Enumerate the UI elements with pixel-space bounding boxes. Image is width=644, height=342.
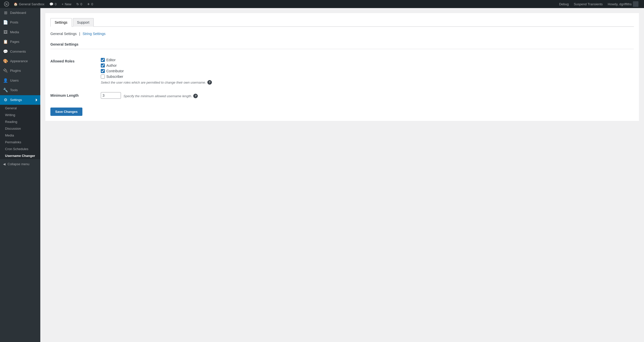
dashboard-icon: ⊞ [3, 10, 8, 16]
sidebar-item-comments[interactable]: 💬 Comments [0, 47, 40, 56]
comments-icon: 💬 [3, 49, 8, 54]
submenu-username-changer[interactable]: Username Changer [0, 152, 40, 159]
appearance-icon: 🎨 [3, 58, 8, 64]
sidebar-item-appearance[interactable]: 🎨 Appearance [0, 56, 40, 66]
save-changes-button[interactable]: Save Changes [50, 108, 82, 116]
sidebar-item-dashboard[interactable]: ⊞ Dashboard [0, 8, 40, 18]
wp-logo[interactable]: W [3, 1, 10, 8]
minimum-length-help-icon[interactable]: ? [193, 94, 198, 98]
adminbar-comments[interactable]: 💬 0 [47, 0, 59, 8]
tab-bar: Settings Support [50, 18, 634, 27]
media-icon: 🖼 [3, 29, 8, 35]
collapse-icon: ◀ [3, 162, 6, 166]
tab-support[interactable]: Support [73, 18, 94, 27]
submenu-permalinks[interactable]: Permalinks [0, 139, 40, 146]
editor-checkbox-label[interactable]: Editor [101, 58, 634, 62]
minimum-length-field: Specify the minimum allowed username len… [101, 88, 634, 102]
settings-wrap: Settings Support General Settings | Stri… [45, 13, 639, 121]
contributor-checkbox[interactable] [101, 69, 105, 73]
minimum-length-description: Specify the minimum allowed username len… [123, 94, 198, 98]
adminbar-suspend[interactable]: Suspend Transients [571, 0, 605, 8]
submenu-cron[interactable]: Cron Schedules [0, 146, 40, 152]
adminbar-plugins[interactable]: ✈ 0 [85, 0, 95, 8]
adminbar-howdy[interactable]: Howdy, dgriffiths [605, 0, 641, 8]
submenu-general[interactable]: General [0, 105, 40, 112]
breadcrumb-separator: | [79, 32, 80, 36]
allowed-roles-label: Allowed Roles [50, 54, 101, 88]
main-content: Settings Support General Settings | Stri… [40, 8, 644, 342]
settings-form: Allowed Roles Editor Author [50, 54, 634, 102]
author-checkbox[interactable] [101, 63, 105, 67]
collapse-menu-button[interactable]: ◀ Collapse menu [0, 160, 40, 168]
sidebar: ⊞ Dashboard 📄 Posts 🖼 Media 📋 Pages 💬 Co… [0, 8, 40, 342]
author-checkbox-label[interactable]: Author [101, 63, 634, 67]
user-avatar [633, 1, 638, 7]
allowed-roles-row: Allowed Roles Editor Author [50, 54, 634, 88]
sidebar-item-media[interactable]: 🖼 Media [0, 27, 40, 37]
users-icon: 👤 [3, 78, 8, 83]
allowed-roles-field: Editor Author Contributor [101, 54, 634, 88]
allowed-roles-help-icon[interactable]: ? [207, 80, 212, 85]
subscriber-checkbox-label[interactable]: Subscriber [101, 75, 634, 79]
submenu-reading[interactable]: Reading [0, 118, 40, 125]
allowed-roles-description: Select the user roles which are permitte… [101, 80, 634, 85]
adminbar-debug[interactable]: Debug [557, 0, 571, 8]
subscriber-checkbox[interactable] [101, 75, 105, 79]
section-heading: General Settings [50, 40, 634, 49]
adminbar-updates[interactable]: ↻ 0 [74, 0, 85, 8]
pages-icon: 📋 [3, 39, 8, 45]
submenu-media[interactable]: Media [0, 132, 40, 139]
submenu-discussion[interactable]: Discussion [0, 125, 40, 132]
contributor-checkbox-label[interactable]: Contributor [101, 69, 634, 73]
plugins-icon: 🔌 [3, 68, 8, 74]
settings-submenu: General Writing Reading Discussion Media… [0, 105, 40, 159]
sidebar-item-tools[interactable]: 🔧 Tools [0, 85, 40, 95]
wp-wrap: ⊞ Dashboard 📄 Posts 🖼 Media 📋 Pages 💬 Co… [0, 8, 644, 342]
sidebar-item-posts[interactable]: 📄 Posts [0, 18, 40, 27]
editor-checkbox[interactable] [101, 58, 105, 62]
settings-icon: ⚙ [3, 97, 8, 103]
admin-bar: W 🏠 General Sandbox 💬 0 + New ↻ 0 ✈ 0 De… [0, 0, 644, 8]
sidebar-item-users[interactable]: 👤 Users [0, 76, 40, 85]
adminbar-new[interactable]: + New [59, 0, 74, 8]
tools-icon: 🔧 [3, 87, 8, 93]
min-length-controls: Specify the minimum allowed username len… [101, 92, 634, 99]
breadcrumb: General Settings | String Settings [50, 32, 634, 36]
minimum-length-row: Minimum Length Specify the minimum allow… [50, 88, 634, 102]
minimum-length-label: Minimum Length [50, 88, 101, 102]
sidebar-item-pages[interactable]: 📋 Pages [0, 37, 40, 47]
sidebar-item-settings[interactable]: ⚙ Settings [0, 95, 40, 105]
submenu-writing[interactable]: Writing [0, 112, 40, 118]
svg-text:W: W [5, 3, 8, 6]
submit-section: Save Changes [50, 108, 634, 116]
sidebar-item-plugins[interactable]: 🔌 Plugins [0, 66, 40, 76]
tab-settings[interactable]: Settings [50, 18, 72, 27]
settings-arrow [36, 98, 37, 101]
minimum-length-input[interactable] [101, 92, 121, 99]
string-settings-link[interactable]: String Settings [83, 32, 106, 36]
posts-icon: 📄 [3, 20, 8, 25]
adminbar-right: Debug Suspend Transients Howdy, dgriffit… [557, 0, 641, 8]
adminbar-site[interactable]: 🏠 General Sandbox [11, 0, 47, 8]
